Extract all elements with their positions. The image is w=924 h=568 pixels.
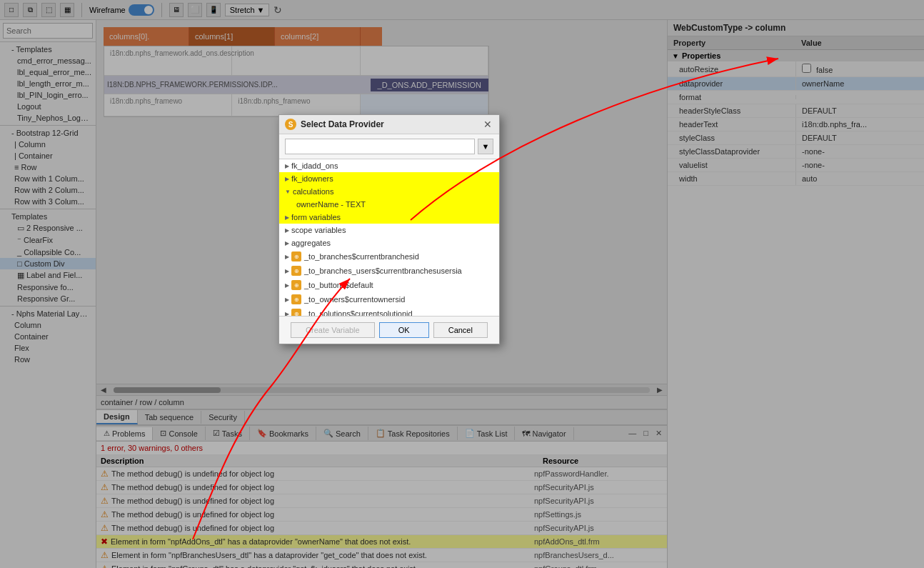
ml-arrow-1: ▶ (285, 176, 289, 182)
ml-arrow-2: ▼ (285, 189, 291, 195)
modal-list: ▶fk_idadd_ons▶fk_idowners▼calculationsow… (279, 159, 499, 317)
modal-item-0[interactable]: ▶fk_idadd_ons (279, 159, 499, 172)
modal-item-7[interactable]: ▶⊕_to_branches$currentbranchesid (279, 249, 499, 264)
ml-label-4: form variables (291, 213, 341, 221)
modal-item-10[interactable]: ▶⊕_to_owners$currentownersid (279, 292, 499, 307)
ml-label-8: _to_branches_users$currentbranchesusersi… (304, 266, 462, 275)
ml-label-6: aggregates (291, 239, 331, 247)
modal-title-text: Select Data Provider (301, 119, 478, 129)
ml-item-icon-7: ⊕ (291, 251, 301, 261)
modal-item-6[interactable]: ▶aggregates (279, 236, 499, 249)
modal-item-9[interactable]: ▶⊕_to_buttons$default (279, 278, 499, 292)
ml-arrow-7: ▶ (285, 254, 289, 260)
ml-arrow-10: ▶ (285, 297, 289, 303)
ml-arrow-5: ▶ (285, 227, 289, 234)
ml-label-2: calculations (293, 187, 333, 196)
ok-button[interactable]: OK (379, 322, 429, 338)
modal-titlebar: S Select Data Provider ✕ (279, 115, 499, 134)
ml-arrow-8: ▶ (285, 268, 289, 274)
modal-item-11[interactable]: ▶⊕_to_solutions$currentsolutionid (279, 307, 499, 317)
modal-search-button[interactable]: ▼ (478, 139, 493, 154)
ml-item-icon-10: ⊕ (291, 294, 301, 304)
ml-arrow-4: ▶ (285, 214, 289, 221)
ml-item-icon-8: ⊕ (291, 266, 301, 276)
modal-search-input[interactable] (285, 139, 475, 154)
ml-arrow-11: ▶ (285, 311, 289, 317)
ml-label-9: _to_buttons$default (304, 281, 373, 289)
cancel-button[interactable]: Cancel (433, 322, 488, 338)
select-data-provider-modal: S Select Data Provider ✕ ▼ ▶fk_idadd_ons… (278, 114, 500, 344)
modal-item-5[interactable]: ▶scope variables (279, 224, 499, 236)
create-variable-button[interactable]: Create Variable (291, 322, 375, 338)
modal-item-8[interactable]: ▶⊕_to_branches_users$currentbranchesuser… (279, 264, 499, 278)
modal-close-button[interactable]: ✕ (482, 119, 493, 130)
modal-item-3[interactable]: ownerName - TEXT (279, 198, 499, 211)
ml-arrow-6: ▶ (285, 240, 289, 246)
ml-item-icon-11: ⊕ (291, 309, 301, 317)
ml-label-1: fk_idowners (291, 174, 333, 183)
ml-item-icon-9: ⊕ (291, 280, 301, 290)
modal-item-4[interactable]: ▶form variables (279, 211, 499, 224)
modal-title-icon: S (285, 119, 296, 130)
ml-label-7: _to_branches$currentbranchesid (304, 252, 419, 261)
ml-arrow-0: ▶ (285, 163, 289, 169)
ml-label-3: ownerName - TEXT (296, 200, 366, 209)
modal-item-1[interactable]: ▶fk_idowners (279, 172, 499, 185)
modal-overlay: S Select Data Provider ✕ ▼ ▶fk_idadd_ons… (0, 0, 924, 568)
ml-label-0: fk_idadd_ons (291, 161, 338, 170)
modal-items-container: ▶fk_idadd_ons▶fk_idowners▼calculationsow… (279, 159, 499, 317)
ml-label-10: _to_owners$currentownersid (304, 295, 405, 304)
modal-item-2[interactable]: ▼calculations (279, 185, 499, 198)
modal-buttons: Create Variable OK Cancel (279, 317, 499, 344)
modal-search-bar: ▼ (279, 134, 499, 159)
ml-label-11: _to_solutions$currentsolutionid (304, 309, 413, 317)
ml-label-5: scope variables (291, 226, 346, 234)
ml-arrow-9: ▶ (285, 282, 289, 289)
